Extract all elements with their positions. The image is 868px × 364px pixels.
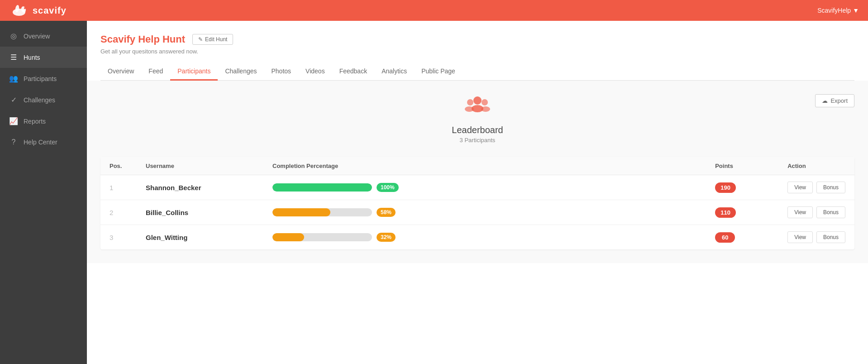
progress-bar-fill [272,233,304,241]
tab-feedback[interactable]: Feedback [332,63,374,81]
col-header-completion: Completion Percentage [263,157,706,175]
col-header-points: Points [706,157,778,175]
participant-username: Glen_Witting [146,234,187,241]
reports-icon: 📈 [9,117,18,125]
participant-username: Shannon_Becker [146,184,201,192]
points-badge: 110 [715,207,736,218]
logo-area: scavify [9,4,67,17]
svg-point-7 [465,106,474,112]
action-cell: View Bonus [778,175,854,200]
username-cell: Shannon_Becker [137,175,263,200]
bonus-button[interactable]: Bonus [816,206,845,218]
position-number: 1 [110,184,113,192]
content-area: ☁ Export Leaderboard 3 [87,81,868,263]
hunt-subtitle: Get all your quesitons answered now. [100,48,854,55]
points-cell: 60 [706,225,778,250]
col-header-pos: Pos. [100,157,137,175]
sidebar: ◎ Overview ☰ Hunts 👥 Participants ✓ Chal… [0,21,87,364]
action-cell: View Bonus [778,225,854,250]
svg-point-4 [473,96,482,105]
action-cell: View Bonus [778,200,854,225]
progress-bar-fill [272,208,330,216]
progress-bar-wrapper [272,233,372,241]
challenges-icon: ✓ [9,96,18,104]
svg-point-3 [24,7,26,9]
position-number: 3 [110,234,113,241]
points-cell: 110 [706,200,778,225]
sidebar-item-help-center[interactable]: ? Help Center [0,132,87,153]
tab-public-page[interactable]: Public Page [414,63,463,81]
tab-participants[interactable]: Participants [170,63,218,81]
edit-icon: ✎ [198,36,203,43]
chevron-down-icon: ▼ [853,7,859,14]
tab-photos[interactable]: Photos [264,63,299,81]
tabs-bar: Overview Feed Participants Challenges Ph… [100,63,854,81]
main-content: Scavify Help Hunt ✎ Edit Hunt Get all yo… [87,21,868,364]
progress-bar-fill [272,183,372,192]
help-icon: ? [9,138,18,146]
username-cell: Billie_Collins [137,200,263,225]
view-button[interactable]: View [787,182,813,193]
hunt-header: Scavify Help Hunt ✎ Edit Hunt Get all yo… [87,21,868,81]
pos-cell: 1 [100,175,137,200]
tab-overview[interactable]: Overview [100,63,141,81]
svg-point-9 [481,106,490,112]
sidebar-item-participants[interactable]: 👥 Participants [0,68,87,89]
pos-cell: 3 [100,225,137,250]
table-row: 3 Glen_Witting 32% 60 View [100,225,854,250]
sidebar-item-challenges[interactable]: ✓ Challenges [0,89,87,110]
sidebar-item-overview[interactable]: ◎ Overview [0,25,87,47]
completion-badge: 32% [377,233,396,242]
svg-point-6 [467,99,473,105]
completion-cell: 32% [263,225,706,250]
view-button[interactable]: View [787,206,813,218]
completion-badge: 100% [377,183,399,192]
bonus-button[interactable]: Bonus [816,182,845,193]
user-menu-label: ScavifyHelp [817,7,851,14]
overview-icon: ◎ [9,32,18,40]
participants-icon: 👥 [9,74,18,83]
scavify-logo-icon [9,4,29,17]
tab-feed[interactable]: Feed [141,63,170,81]
progress-bar-wrapper [272,183,372,192]
edit-hunt-button[interactable]: ✎ Edit Hunt [192,34,233,45]
leaderboard-title: Leaderboard [452,125,503,135]
top-nav: scavify ScavifyHelp ▼ [0,0,868,21]
export-icon: ☁ [822,97,828,104]
bonus-button[interactable]: Bonus [816,231,845,243]
export-button[interactable]: ☁ Export [815,94,854,107]
leaderboard-subtitle: 3 Participants [460,137,496,144]
tab-videos[interactable]: Videos [298,63,332,81]
leaderboard-header: Leaderboard 3 Participants [100,94,854,144]
col-header-username: Username [137,157,263,175]
completion-badge: 58% [377,208,396,217]
sidebar-item-reports[interactable]: 📈 Reports [0,110,87,132]
leaderboard-icon [464,94,491,121]
view-button[interactable]: View [787,231,813,243]
progress-bar-wrapper [272,208,372,216]
participants-table: Pos. Username Completion Percentage Poin… [100,157,854,249]
participant-username: Billie_Collins [146,209,188,216]
sidebar-item-label: Hunts [24,54,40,61]
col-header-action: Action [778,157,854,175]
sidebar-item-label: Overview [24,33,50,40]
points-badge: 60 [715,232,735,243]
username-cell: Glen_Witting [137,225,263,250]
sidebar-item-label: Help Center [24,139,57,146]
position-number: 2 [110,209,113,216]
app-name: scavify [33,5,67,16]
tab-challenges[interactable]: Challenges [218,63,264,81]
points-cell: 190 [706,175,778,200]
sidebar-item-label: Participants [24,75,57,82]
sidebar-item-hunts[interactable]: ☰ Hunts [0,47,87,68]
sidebar-item-label: Reports [24,118,46,125]
tab-analytics[interactable]: Analytics [374,63,414,81]
svg-point-8 [482,99,488,105]
user-menu[interactable]: ScavifyHelp ▼ [817,7,859,14]
table-row: 2 Billie_Collins 58% 110 View [100,200,854,225]
completion-cell: 58% [263,200,706,225]
points-badge: 190 [715,182,736,193]
sidebar-item-label: Challenges [24,96,55,104]
hunt-title: Scavify Help Hunt [100,34,185,45]
pos-cell: 2 [100,200,137,225]
